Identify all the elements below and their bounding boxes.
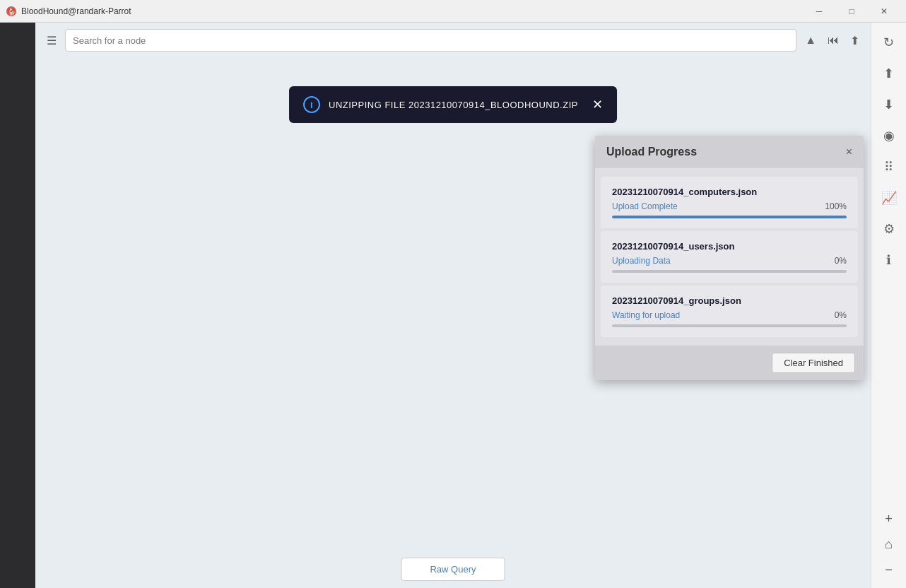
info-icon: ℹ [886, 252, 891, 268]
hamburger-menu-button[interactable]: ☰ [44, 31, 59, 50]
dots-settings-button[interactable]: ⠿ [875, 153, 903, 181]
upload-icon: ⬆ [883, 66, 894, 81]
refresh-button[interactable]: ↻ [875, 28, 903, 57]
search-input[interactable] [65, 29, 796, 52]
app-title: BloodHound@randark-Parrot [21, 6, 803, 16]
hamburger-icon: ☰ [47, 35, 57, 47]
main-canvas: i UNZIPPING FILE 20231210070914_BLOODHOU… [35, 58, 871, 588]
filter-icon: ▲ [805, 34, 816, 46]
progress-bar-bg [612, 270, 847, 273]
upload-panel-header: Upload Progress × [595, 136, 864, 168]
notification-banner: i UNZIPPING FILE 20231210070914_BLOODHOU… [289, 86, 617, 123]
raw-query-button[interactable]: Raw Query [401, 558, 505, 581]
close-button[interactable]: ✕ [868, 0, 900, 23]
titlebar: 🐕 BloodHound@randark-Parrot ─ □ ✕ [0, 0, 906, 23]
notification-message: UNZIPPING FILE 20231210070914_BLOODHOUND… [329, 100, 578, 110]
bookmark-icon: ⏮ [828, 34, 839, 46]
visibility-button[interactable]: ◉ [875, 122, 903, 150]
upload-item: 20231210070914_computers.json Upload Com… [601, 177, 858, 228]
svg-text:🐕: 🐕 [8, 8, 16, 16]
analytics-button[interactable]: 📈 [875, 184, 903, 212]
app-icon: 🐕 [6, 6, 17, 17]
upload-item: 20231210070914_groups.json Waiting for u… [601, 286, 858, 337]
eye-icon: ◉ [883, 128, 895, 143]
upload-item-status-row: Upload Complete 100% [612, 201, 847, 211]
clear-finished-button[interactable]: Clear Finished [772, 353, 855, 373]
dots-icon: ⠿ [884, 159, 893, 175]
progress-bar-bg [612, 216, 847, 218]
upload-item-name: 20231210070914_groups.json [612, 295, 847, 306]
bookmark-button[interactable]: ⏮ [825, 31, 842, 49]
window-controls: ─ □ ✕ [803, 0, 900, 23]
upload-panel-body: 20231210070914_computers.json Upload Com… [595, 168, 864, 346]
upload-button[interactable]: ⬆ [875, 59, 903, 88]
upload-item-percent: 100% [825, 201, 847, 211]
progress-bar-fill [612, 216, 847, 218]
upload-item-percent: 0% [835, 256, 847, 266]
download-button[interactable]: ⬇ [875, 90, 903, 119]
upload-item-status-row: Uploading Data 0% [612, 256, 847, 266]
minimize-button[interactable]: ─ [803, 0, 835, 23]
upload-item: 20231210070914_users.json Uploading Data… [601, 231, 858, 283]
zoom-out-button[interactable]: − [875, 557, 903, 582]
left-toolbar [0, 23, 35, 588]
maximize-button[interactable]: □ [835, 0, 868, 23]
filter-button[interactable]: ▲ [802, 31, 819, 49]
upload-panel-title: Upload Progress [606, 146, 697, 158]
refresh-icon: ↻ [883, 35, 894, 50]
right-toolbar: ↻ ⬆ ⬇ ◉ ⠿ 📈 ⚙ ℹ + ⌂ − [871, 23, 906, 588]
upload-item-percent: 0% [835, 310, 847, 320]
progress-bar-bg [612, 324, 847, 327]
settings-button[interactable]: ⚙ [875, 215, 903, 243]
upload-item-status-row: Waiting for upload 0% [612, 310, 847, 320]
zoom-in-button[interactable]: + [875, 506, 903, 531]
notification-info-icon: i [303, 96, 320, 113]
upload-toolbar-icon: ⬆ [850, 35, 859, 47]
home-button[interactable]: ⌂ [875, 531, 903, 557]
upload-progress-panel: Upload Progress × 20231210070914_compute… [595, 136, 864, 380]
upload-toolbar-button[interactable]: ⬆ [847, 31, 862, 50]
download-icon: ⬇ [883, 97, 894, 112]
chart-icon: 📈 [881, 190, 897, 206]
gear-icon: ⚙ [883, 221, 895, 237]
toolbar-bottom: + ⌂ − [875, 506, 903, 588]
upload-item-name: 20231210070914_computers.json [612, 187, 847, 197]
topbar: ☰ ▲ ⏮ ⬆ [35, 23, 871, 58]
upload-panel-close-button[interactable]: × [846, 146, 852, 158]
upload-item-status: Waiting for upload [612, 310, 680, 320]
upload-item-status: Upload Complete [612, 201, 678, 211]
upload-panel-footer: Clear Finished [595, 346, 864, 380]
upload-item-status: Uploading Data [612, 256, 671, 266]
notification-close-button[interactable]: ✕ [592, 97, 603, 112]
upload-item-name: 20231210070914_users.json [612, 241, 847, 252]
info-button[interactable]: ℹ [875, 246, 903, 274]
